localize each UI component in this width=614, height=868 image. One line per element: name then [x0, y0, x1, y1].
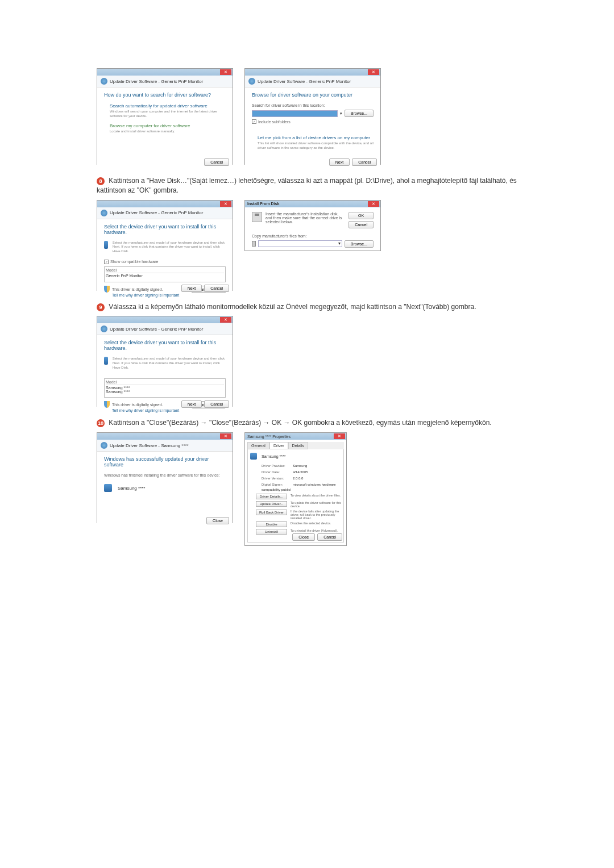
cancel-button[interactable]: Cancel [352, 158, 377, 166]
model-list[interactable]: Model Samsung **** Samsung **** [104, 378, 226, 398]
back-icon[interactable] [101, 442, 107, 449]
list-header: Model [106, 268, 224, 273]
close-icon[interactable]: ✕ [220, 433, 231, 439]
step-number-9: 9 [97, 303, 105, 311]
dialog-row-4: ✕ Update Driver Software - Samsung **** … [97, 432, 517, 546]
path-input[interactable] [252, 110, 338, 117]
floppy-icon [252, 212, 262, 222]
disable-button[interactable]: Disable [256, 521, 287, 527]
signing-link[interactable]: Tell me why driver signing is important [112, 293, 226, 297]
list-header: Model [106, 380, 224, 385]
drive-dropdown[interactable] [258, 240, 342, 247]
dialog-select-driver: ✕ Update Driver Software - Generic PnP M… [97, 200, 233, 291]
titlebar: ✕ [245, 69, 380, 76]
dialog-title: Update Driver Software - Generic PnP Mon… [110, 79, 203, 84]
uninstall-button[interactable]: Uninstall [256, 529, 287, 535]
dialog-properties: Samsung **** Properties ✕ General Driver… [244, 432, 347, 546]
driver-icon [104, 357, 108, 365]
close-icon[interactable]: ✕ [368, 69, 379, 75]
option-browse[interactable]: Browse my computer for driver software [110, 123, 226, 128]
close-button[interactable]: Close [292, 533, 315, 541]
close-icon[interactable]: ✕ [334, 433, 345, 439]
browse-button[interactable]: Browse... [345, 110, 374, 117]
device-name: Samsung **** [118, 486, 145, 491]
btn-desc: To view details about the driver files. [291, 494, 341, 497]
dialog-heading: Windows has successfully updated your dr… [104, 456, 226, 468]
signing-link[interactable]: Tell me why driver signing is important [112, 408, 226, 412]
tab-row: General Driver Details [247, 442, 344, 449]
next-button[interactable]: Next [329, 158, 350, 166]
install-disk-msg: Insert the manufacturer's installation d… [265, 212, 345, 224]
search-label: Search for driver software in this locat… [252, 103, 374, 107]
cancel-button[interactable]: Cancel [317, 533, 342, 541]
dialog-success: ✕ Update Driver Software - Samsung **** … [97, 432, 233, 523]
dialog-row-1: ✕ Update Driver Software - Generic PnP M… [97, 68, 517, 165]
rollback-driver-button[interactable]: Roll Back Driver [256, 510, 287, 515]
dialog-title: Samsung **** Properties [247, 435, 291, 439]
btn-desc: Disables the selected device. [291, 521, 341, 525]
subheader: Update Driver Software - Samsung **** [97, 440, 233, 452]
dialog-heading: Select the device driver you want to ins… [104, 224, 226, 235]
dialog-title: Update Driver Software - Samsung **** [110, 443, 189, 448]
floppy-icon [252, 241, 256, 247]
hardware-desc: Select the manufacturer and model of you… [113, 357, 226, 370]
list-item[interactable]: Generic PnP Monitor [106, 274, 224, 278]
option-desc: This list will show installed driver sof… [258, 141, 374, 151]
back-icon[interactable] [101, 326, 107, 332]
step-8-text: 8 Kattintson a "Have Disk…"(Saját lemez…… [97, 176, 517, 195]
driver-icon [104, 484, 112, 492]
cancel-button[interactable]: Cancel [204, 158, 229, 166]
prop-label: Driver Provider: [262, 464, 293, 468]
cancel-button[interactable]: Cancel [349, 221, 374, 228]
device-name: Samsung **** [262, 454, 285, 458]
checkbox-label: Include subfolders [258, 120, 291, 124]
signed-label: This driver is digitally signed. [112, 403, 163, 407]
dialog-select-model: ✕ Update Driver Software - Generic PnP M… [97, 316, 233, 407]
success-msg: Windows has finished installing the driv… [104, 473, 226, 477]
ok-button[interactable]: OK [349, 212, 374, 219]
dialog-title: Install From Disk [247, 202, 279, 206]
close-icon[interactable]: ✕ [368, 201, 379, 207]
step-9-text: 9 Válassza ki a képernyőn látható monito… [97, 302, 517, 312]
prop-value: Samsung [293, 464, 307, 468]
next-button[interactable]: Next [181, 400, 202, 408]
driver-details-button[interactable]: Driver Details... [256, 494, 287, 499]
signed-label: This driver is digitally signed. [112, 287, 163, 291]
back-icon[interactable] [248, 78, 255, 85]
next-button[interactable]: Next [181, 285, 202, 292]
close-icon[interactable]: ✕ [220, 317, 231, 323]
subheader: Update Driver Software - Generic PnP Mon… [245, 76, 380, 87]
btn-desc: To update the driver software for this d… [291, 501, 341, 508]
model-list[interactable]: Model Generic PnP Monitor [104, 266, 226, 282]
tab-details[interactable]: Details [288, 442, 308, 449]
list-item[interactable]: Samsung **** [106, 386, 224, 390]
option-desc: Windows will search your computer and th… [110, 110, 226, 119]
dialog-heading: Select the device driver you want to ins… [104, 340, 226, 351]
browse-button[interactable]: Browse... [345, 240, 374, 248]
step-number-10: 10 [97, 419, 105, 427]
close-icon[interactable]: ✕ [220, 201, 231, 207]
back-icon[interactable] [101, 78, 107, 85]
close-button[interactable]: Close [206, 517, 229, 524]
update-driver-button[interactable]: Update Driver... [256, 501, 287, 507]
tab-general[interactable]: General [247, 442, 269, 449]
cancel-button[interactable]: Cancel [204, 400, 229, 408]
driver-icon [250, 453, 257, 460]
tab-driver[interactable]: Driver [269, 442, 288, 449]
dialog-search-driver: ✕ Update Driver Software - Generic PnP M… [97, 68, 233, 165]
list-item[interactable]: Samsung **** [106, 390, 224, 394]
show-compat-checkbox[interactable]: ✓ [104, 260, 109, 264]
prop-value: 4/14/2005 [293, 470, 308, 474]
cancel-button[interactable]: Cancel [204, 285, 229, 292]
btn-desc: To uninstall the driver (Advanced). [291, 529, 341, 532]
titlebar: ✕ [97, 201, 233, 207]
dialog-install-from-disk: Install From Disk ✕ Insert the manufactu… [244, 200, 381, 251]
close-icon[interactable]: ✕ [220, 69, 231, 75]
prop-value: 2.0.0.0 [293, 477, 303, 480]
option-auto-search[interactable]: Search automatically for updated driver … [110, 103, 226, 108]
option-pick-list[interactable]: Let me pick from a list of device driver… [258, 135, 374, 140]
back-icon[interactable] [101, 210, 107, 216]
subheader: Update Driver Software - Generic PnP Mon… [97, 207, 233, 219]
driver-icon [104, 241, 108, 249]
include-subfolders-checkbox[interactable]: ✓ [252, 119, 256, 124]
